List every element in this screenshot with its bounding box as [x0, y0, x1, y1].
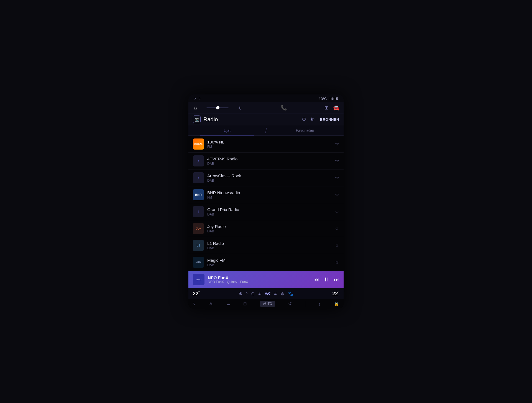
- station-type: FM: [207, 145, 332, 149]
- station-name: L1 Radio: [207, 241, 332, 246]
- station-name: Joy Radio: [207, 224, 332, 229]
- slider-thumb: [216, 106, 219, 109]
- list-item[interactable]: ♪ 4EVER49 Radio DAB ☆: [188, 153, 344, 170]
- station-type: DAB: [207, 229, 332, 233]
- favorite-star[interactable]: ☆: [335, 225, 339, 232]
- status-right: 13°C 14:15: [319, 97, 338, 101]
- windscreen-icon[interactable]: ⊚: [281, 291, 284, 296]
- right-temp: 22°: [332, 291, 339, 297]
- tab-lijst[interactable]: Lijst: [188, 125, 266, 135]
- equalizer-icon[interactable]: ⫸: [311, 117, 316, 122]
- heat-grid-icon[interactable]: ⊟: [243, 301, 247, 306]
- station-info: 4EVER49 Radio DAB: [207, 156, 332, 166]
- nav-slider[interactable]: [206, 107, 229, 108]
- station-info: Grand Prix Radio DAB: [207, 207, 332, 216]
- station-type: DAB: [207, 263, 332, 267]
- list-item[interactable]: Joy Joy Radio DAB ☆: [188, 220, 344, 237]
- now-playing-info: NPO FunX NPO FunX - Quincy - FunX: [208, 275, 310, 284]
- now-playing-bar[interactable]: NPO NPO FunX NPO FunX - Quincy - FunX ⏮ …: [188, 271, 344, 288]
- station-info: Joy Radio DAB: [207, 224, 332, 233]
- vent-icon[interactable]: ⊙: [251, 291, 255, 296]
- fan-bottom-icon[interactable]: ☁: [226, 301, 230, 306]
- station-logo: ♪: [193, 172, 204, 183]
- now-playing-logo: NPO: [193, 274, 204, 285]
- station-type: DAB: [207, 212, 332, 216]
- header-left: 📷 Radio: [193, 115, 218, 123]
- favorite-star[interactable]: ☆: [335, 209, 339, 215]
- station-info: 100% NL FM: [207, 140, 332, 149]
- close-icon: ✕: [194, 97, 196, 101]
- station-name: Grand Prix Radio: [207, 207, 332, 212]
- menu-nav-icon[interactable]: ⊞: [324, 105, 329, 111]
- car-screen: ✕ ? 13°C 14:15 ⌂ ♫ 📞 ⊞ 🚘 📷 Radio: [188, 94, 344, 309]
- now-playing-subtitle: NPO FunX - Quincy - FunX: [208, 280, 310, 284]
- list-item[interactable]: BNR BNR Nieuwsradio FM ☆: [188, 186, 344, 203]
- station-info: BNR Nieuwsradio FM: [207, 190, 332, 199]
- station-type: DAB: [207, 162, 332, 166]
- list-item[interactable]: ♪ ArrowClassicRock DAB ☆: [188, 170, 344, 186]
- sync-icon[interactable]: ↕: [319, 302, 321, 306]
- favorite-star[interactable]: ☆: [335, 192, 339, 198]
- header: 📷 Radio ⚙ ⫸ BRONNEN: [188, 114, 344, 125]
- page-title: Radio: [203, 116, 218, 123]
- station-info: Magic FM DAB: [207, 258, 332, 267]
- station-logo: Joy: [193, 223, 204, 234]
- list-item[interactable]: L1 L1 Radio DAB ☆: [188, 237, 344, 254]
- list-item[interactable]: ♪ Grand Prix Radio DAB ☆: [188, 203, 344, 220]
- station-logo: BNR: [193, 189, 204, 200]
- favorite-star[interactable]: ☆: [335, 242, 339, 248]
- favorite-star[interactable]: ☆: [335, 259, 339, 265]
- nav-icons: ⌂ ♫: [193, 104, 243, 112]
- station-logo: ♪: [193, 155, 204, 166]
- fan-icon[interactable]: ❄: [239, 291, 242, 296]
- left-temp: 22°: [193, 291, 200, 297]
- nav-bar: ⌂ ♫ 📞 ⊞ 🚘: [188, 102, 344, 114]
- bronnen-button[interactable]: BRONNEN: [320, 117, 339, 122]
- help-icon: ?: [199, 97, 200, 101]
- list-item[interactable]: 100%NL 100% NL FM ☆: [188, 136, 344, 153]
- station-name: Magic FM: [207, 258, 332, 263]
- nav-right-icons: ⊞ 🚘: [324, 105, 339, 111]
- camera-icon[interactable]: 📷: [193, 115, 201, 123]
- music-nav-icon[interactable]: ♫: [237, 104, 243, 112]
- station-logo: ♪: [193, 206, 204, 217]
- station-logo: 100%NL: [193, 138, 204, 150]
- down-arrow-icon[interactable]: ∨: [193, 301, 196, 306]
- station-type: DAB: [207, 179, 332, 183]
- playback-controls: ⏮ ⏸ ⏭: [314, 276, 339, 283]
- next-button[interactable]: ⏭: [334, 276, 339, 283]
- car-nav-icon[interactable]: 🚘: [333, 105, 339, 111]
- home-nav-icon[interactable]: ⌂: [193, 104, 198, 112]
- ac-icon[interactable]: A/C: [265, 292, 271, 296]
- time-display: 14:15: [329, 97, 338, 101]
- tabs: Lijst Favorieten: [188, 125, 344, 136]
- status-left-icons: ✕ ?: [194, 97, 200, 101]
- favorite-star[interactable]: ☆: [335, 141, 339, 147]
- bottom-bar: ∨ ❄ ☁ ⊟ AUTO ↺ ↕ 🔒: [188, 299, 344, 309]
- station-type: DAB: [207, 246, 332, 250]
- climate-bar: 22° ❄ 2 ⊙ ≋ A/C ≋ ⊚ 🐾 22°: [188, 288, 344, 299]
- station-logo: MFM: [193, 257, 204, 268]
- station-name: ArrowClassicRock: [207, 173, 332, 178]
- phone-nav-icon[interactable]: 📞: [280, 104, 288, 112]
- auto-button[interactable]: AUTO: [260, 301, 275, 307]
- temperature-display: 13°C: [319, 97, 327, 101]
- station-type: FM: [207, 196, 332, 199]
- person-icon[interactable]: 🐾: [288, 291, 293, 296]
- radio-list: 100%NL 100% NL FM ☆ ♪ 4EVER49 Radio DAB …: [188, 136, 344, 271]
- recirculate-icon[interactable]: ↺: [288, 301, 292, 306]
- station-name: 100% NL: [207, 140, 332, 144]
- now-playing-title: NPO FunX: [208, 275, 310, 280]
- seat-heat-icon[interactable]: ≋: [258, 291, 262, 296]
- prev-button[interactable]: ⏮: [314, 276, 319, 283]
- favorite-star[interactable]: ☆: [335, 175, 339, 181]
- settings-icon[interactable]: ⚙: [302, 116, 306, 122]
- favorite-star[interactable]: ☆: [335, 158, 339, 164]
- header-right: ⚙ ⫸ BRONNEN: [302, 116, 339, 122]
- station-logo: L1: [193, 240, 204, 251]
- rear-heat-icon[interactable]: ≋: [274, 291, 277, 296]
- defrost-icon[interactable]: ❄: [209, 301, 213, 306]
- list-item[interactable]: MFM Magic FM DAB ☆: [188, 254, 344, 271]
- tab-favorieten[interactable]: Favorieten: [266, 125, 344, 135]
- pause-button[interactable]: ⏸: [324, 276, 329, 283]
